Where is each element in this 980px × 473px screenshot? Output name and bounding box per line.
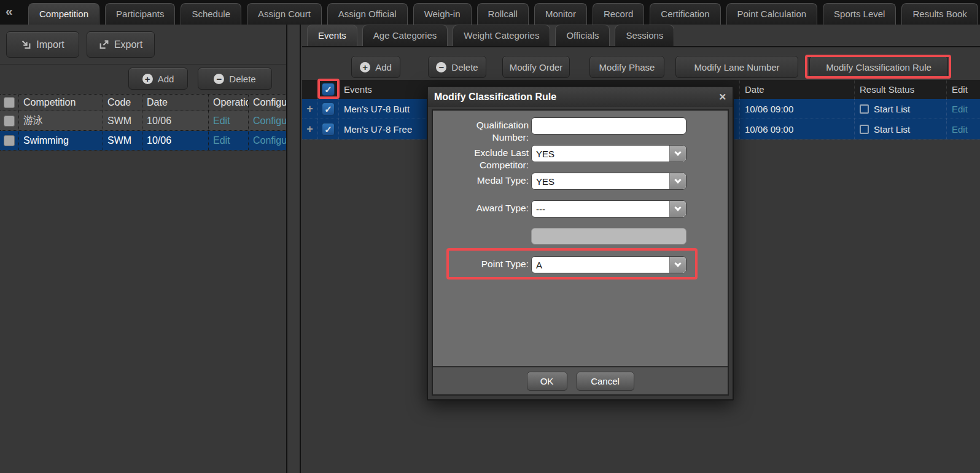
delete-event-button[interactable]: − Delete [428,56,486,78]
select-all-events-checkbox[interactable]: ✓ [322,83,335,96]
nav-tab-participants[interactable]: Participants [105,3,175,25]
add-event-button[interactable]: + Add [351,56,400,78]
export-label: Export [114,39,142,50]
nav-tab-competition[interactable]: Competition [28,3,99,25]
import-button[interactable]: Import [6,31,79,58]
award-type-select[interactable]: --- [531,200,686,217]
modify-order-button[interactable]: Modify Order [502,56,570,78]
event-date: 10/06 09:00 [740,99,855,119]
nav-tab-schedule[interactable]: Schedule [181,3,241,25]
configure-link[interactable]: Configure [253,115,287,127]
modify-order-label: Modify Order [510,62,563,72]
minus-circle-icon: − [436,62,446,72]
top-navigation: « Competition Participants Schedule Assi… [0,0,980,25]
tab-sessions[interactable]: Sessions [615,25,674,46]
dialog-title-bar[interactable]: Modify Classification Rule ✕ [428,87,733,107]
qualification-number-input[interactable] [531,117,686,135]
exclude-last-competitor-label: Exclude Last Competitor: [438,147,529,171]
modify-lane-number-button[interactable]: Modify Lane Number [675,56,798,78]
nav-tab-rollcall[interactable]: Rollcall [477,3,529,25]
tab-events[interactable]: Events [307,25,357,46]
nav-tab-point-calculation[interactable]: Point Calculation [726,3,818,25]
medal-type-select[interactable]: YES [531,173,686,190]
result-status-label: Start List [874,124,910,135]
competition-code: SWM [103,131,142,150]
edit-link[interactable]: Edit [952,124,968,135]
cancel-button[interactable]: Cancel [577,372,634,391]
close-icon[interactable]: ✕ [718,92,726,103]
row-checkbox[interactable]: ✓ [322,123,335,136]
nav-tab-weigh-in[interactable]: Weigh-in [413,3,472,25]
nav-tab-certification[interactable]: Certification [650,3,720,25]
exclude-last-competitor-select[interactable]: YES [531,145,686,162]
add-label: Add [375,62,392,72]
start-list-checkbox[interactable] [860,104,869,114]
import-icon [21,39,31,50]
minus-circle-icon: − [214,74,224,84]
modify-classification-rule-button[interactable]: Modify Classification Rule [809,56,948,78]
row-checkbox[interactable] [4,135,15,146]
competition-date: 10/06 [142,131,209,150]
tab-officials[interactable]: Officials [555,25,610,46]
edit-link[interactable]: Edit [213,115,230,127]
column-header-date: Date [740,80,855,99]
expand-row-icon[interactable]: + [306,103,313,114]
add-competition-button[interactable]: + Add [128,68,188,90]
plus-circle-icon: + [360,62,370,72]
row-checkbox[interactable]: ✓ [322,103,335,115]
modify-lane-number-label: Modify Lane Number [694,62,779,72]
modify-phase-label: Modify Phase [599,62,655,72]
cancel-label: Cancel [591,376,620,386]
column-header-operation: Operation [209,95,249,111]
nav-tab-assign-court[interactable]: Assign Court [247,3,322,25]
column-header-configure: Configure [249,95,287,111]
select-value: --- [532,204,669,214]
collapse-sidebar-icon[interactable]: « [6,4,13,18]
nav-tab-results-book[interactable]: Results Book [901,3,978,25]
chevron-down-icon [669,173,686,189]
tab-weight-categories[interactable]: Weight Categories [453,25,550,46]
start-list-checkbox[interactable] [860,125,869,134]
table-row[interactable]: 游泳 SWM 10/06 Edit Configure [0,111,287,131]
disabled-field [531,228,686,244]
qualification-number-label: Qualification Number: [438,119,529,144]
modify-phase-button[interactable]: Modify Phase [589,56,664,78]
delete-competition-button[interactable]: − Delete [198,68,272,90]
result-status-label: Start List [874,104,910,114]
nav-tab-assign-official[interactable]: Assign Official [327,3,408,25]
competition-name: 游泳 [19,111,103,130]
row-checkbox[interactable] [4,115,15,127]
nav-tab-sports-level[interactable]: Sports Level [823,3,896,25]
export-icon [99,39,109,50]
tab-age-categories[interactable]: Age Categories [362,25,448,46]
nav-tab-record[interactable]: Record [593,3,644,25]
divider [0,64,287,64]
select-all-checkbox[interactable] [4,97,15,108]
configure-link[interactable]: Configure [253,135,287,146]
plus-circle-icon: + [142,74,153,84]
chevron-down-icon [669,146,686,162]
export-button[interactable]: Export [87,31,155,58]
chevron-down-icon [669,257,686,273]
dialog-inner-panel: Qualification Number: Exclude Last Compe… [432,109,729,396]
nav-tab-monitor[interactable]: Monitor [534,3,587,25]
select-value: A [532,260,669,270]
point-type-select[interactable]: A [531,256,686,273]
edit-link[interactable]: Edit [952,104,968,114]
dialog-footer: OK Cancel [433,366,728,394]
edit-link[interactable]: Edit [213,135,230,146]
delete-label: Delete [229,74,255,84]
expand-row-icon[interactable]: + [306,123,313,135]
competition-sidebar: Import Export + Add − Delete Competition… [0,25,287,473]
select-value: YES [532,149,669,159]
ok-button[interactable]: OK [527,372,567,391]
competition-date: 10/06 [142,111,209,130]
main-tab-bar: Events Age Categories Weight Categories … [302,25,980,47]
column-header-competition: Competition [19,95,103,111]
add-label: Add [158,74,174,84]
panel-splitter[interactable] [289,25,301,473]
table-row-selected[interactable]: Swimming SWM 10/06 Edit Configure [0,131,287,150]
award-type-label: Award Type: [438,202,529,214]
point-type-label: Point Type: [438,258,529,270]
event-date: 10/06 09:00 [740,119,855,139]
